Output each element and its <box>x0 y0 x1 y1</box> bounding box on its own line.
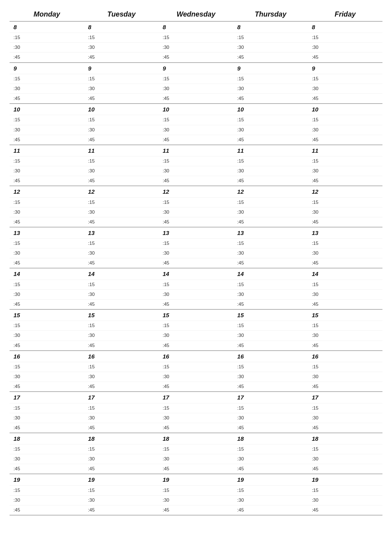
time-slot-minute[interactable]: :45 <box>308 382 382 391</box>
time-slot-minute[interactable]: :30 <box>84 454 159 464</box>
time-slot-minute[interactable]: :45 <box>10 505 84 515</box>
time-slot-hour[interactable]: 17 <box>84 391 159 403</box>
time-slot-minute[interactable]: :45 <box>308 94 382 103</box>
time-slot-minute[interactable]: :15 <box>159 321 233 331</box>
time-slot-minute[interactable]: :45 <box>84 505 159 515</box>
time-slot-minute[interactable]: :15 <box>233 33 308 43</box>
time-slot-hour[interactable]: 12 <box>233 186 308 197</box>
time-slot-hour[interactable]: 9 <box>233 62 308 74</box>
time-slot-minute[interactable]: :45 <box>233 52 308 62</box>
time-slot-minute[interactable]: :30 <box>159 496 233 505</box>
time-slot-minute[interactable]: :45 <box>84 135 159 145</box>
time-slot-hour[interactable]: 16 <box>159 350 233 362</box>
time-slot-minute[interactable]: :45 <box>308 300 382 309</box>
time-slot-minute[interactable]: :30 <box>10 372 84 382</box>
time-slot-minute[interactable]: :15 <box>308 444 382 454</box>
time-slot-minute[interactable]: :45 <box>308 341 382 350</box>
time-slot-minute[interactable]: :45 <box>159 176 233 186</box>
time-slot-minute[interactable]: :30 <box>308 248 382 258</box>
time-slot-minute[interactable]: :30 <box>308 454 382 464</box>
time-slot-minute[interactable]: :45 <box>233 176 308 186</box>
time-slot-hour[interactable]: 8 <box>10 22 84 33</box>
time-slot-hour[interactable]: 13 <box>10 227 84 239</box>
time-slot-minute[interactable]: :45 <box>84 52 159 62</box>
time-slot-minute[interactable]: :15 <box>10 198 84 207</box>
time-slot-minute[interactable]: :45 <box>84 217 159 227</box>
time-slot-minute[interactable]: :15 <box>159 156 233 166</box>
time-slot-minute[interactable]: :45 <box>233 341 308 350</box>
time-slot-hour[interactable]: 13 <box>159 227 233 239</box>
time-slot-minute[interactable]: :45 <box>159 52 233 62</box>
time-slot-hour[interactable]: 17 <box>308 391 382 403</box>
time-slot-hour[interactable]: 18 <box>233 433 308 444</box>
time-slot-minute[interactable]: :15 <box>84 403 159 413</box>
time-slot-minute[interactable]: :15 <box>159 280 233 290</box>
time-slot-hour[interactable]: 11 <box>159 145 233 156</box>
time-slot-hour[interactable]: 16 <box>233 350 308 362</box>
time-slot-minute[interactable]: :30 <box>159 207 233 217</box>
time-slot-hour[interactable]: 11 <box>10 145 84 156</box>
time-slot-hour[interactable]: 16 <box>84 350 159 362</box>
time-slot-minute[interactable]: :45 <box>10 52 84 62</box>
time-slot-hour[interactable]: 19 <box>233 474 308 485</box>
time-slot-minute[interactable]: :45 <box>308 135 382 145</box>
time-slot-minute[interactable]: :30 <box>308 43 382 52</box>
time-slot-minute[interactable]: :15 <box>10 156 84 166</box>
time-slot-hour[interactable]: 14 <box>159 268 233 280</box>
time-slot-hour[interactable]: 14 <box>308 268 382 280</box>
time-slot-hour[interactable]: 12 <box>308 186 382 197</box>
time-slot-minute[interactable]: :45 <box>233 258 308 268</box>
time-slot-hour[interactable]: 11 <box>84 145 159 156</box>
time-slot-hour[interactable]: 9 <box>10 62 84 74</box>
time-slot-minute[interactable]: :30 <box>308 331 382 341</box>
time-slot-minute[interactable]: :45 <box>159 505 233 515</box>
time-slot-minute[interactable]: :15 <box>10 280 84 290</box>
time-slot-hour[interactable]: 10 <box>10 103 84 115</box>
time-slot-minute[interactable]: :30 <box>84 290 159 300</box>
time-slot-minute[interactable]: :45 <box>233 94 308 103</box>
time-slot-minute[interactable]: :30 <box>233 454 308 464</box>
time-slot-hour[interactable]: 8 <box>159 22 233 33</box>
time-slot-minute[interactable]: :30 <box>10 207 84 217</box>
time-slot-minute[interactable]: :45 <box>233 382 308 391</box>
time-slot-minute[interactable]: :30 <box>308 84 382 94</box>
time-slot-minute[interactable]: :45 <box>84 258 159 268</box>
time-slot-minute[interactable]: :15 <box>159 403 233 413</box>
time-slot-minute[interactable]: :15 <box>233 280 308 290</box>
time-slot-minute[interactable]: :30 <box>308 413 382 423</box>
time-slot-minute[interactable]: :30 <box>84 496 159 505</box>
time-slot-minute[interactable]: :15 <box>159 486 233 496</box>
time-slot-minute[interactable]: :15 <box>308 321 382 331</box>
time-slot-minute[interactable]: :30 <box>233 84 308 94</box>
time-slot-minute[interactable]: :45 <box>10 176 84 186</box>
time-slot-minute[interactable]: :45 <box>84 382 159 391</box>
time-slot-minute[interactable]: :30 <box>84 248 159 258</box>
time-slot-minute[interactable]: :15 <box>233 444 308 454</box>
time-slot-minute[interactable]: :45 <box>159 382 233 391</box>
time-slot-minute[interactable]: :45 <box>308 217 382 227</box>
time-slot-minute[interactable]: :30 <box>159 290 233 300</box>
time-slot-minute[interactable]: :15 <box>233 362 308 372</box>
time-slot-minute[interactable]: :45 <box>159 135 233 145</box>
time-slot-hour[interactable]: 13 <box>233 227 308 239</box>
time-slot-minute[interactable]: :15 <box>159 33 233 43</box>
time-slot-minute[interactable]: :15 <box>10 115 84 125</box>
time-slot-minute[interactable]: :15 <box>10 74 84 84</box>
time-slot-minute[interactable]: :30 <box>159 454 233 464</box>
time-slot-minute[interactable]: :45 <box>159 423 233 433</box>
time-slot-minute[interactable]: :30 <box>10 331 84 341</box>
time-slot-hour[interactable]: 16 <box>10 350 84 362</box>
time-slot-hour[interactable]: 19 <box>308 474 382 485</box>
time-slot-minute[interactable]: :30 <box>308 166 382 176</box>
time-slot-hour[interactable]: 11 <box>233 145 308 156</box>
time-slot-minute[interactable]: :15 <box>84 198 159 207</box>
time-slot-minute[interactable]: :15 <box>308 403 382 413</box>
time-slot-minute[interactable]: :45 <box>233 300 308 309</box>
time-slot-minute[interactable]: :45 <box>233 217 308 227</box>
time-slot-minute[interactable]: :30 <box>308 125 382 135</box>
time-slot-minute[interactable]: :30 <box>10 84 84 94</box>
time-slot-minute[interactable]: :15 <box>233 115 308 125</box>
time-slot-minute[interactable]: :45 <box>10 94 84 103</box>
time-slot-minute[interactable]: :15 <box>10 239 84 248</box>
time-slot-hour[interactable]: 8 <box>308 22 382 33</box>
